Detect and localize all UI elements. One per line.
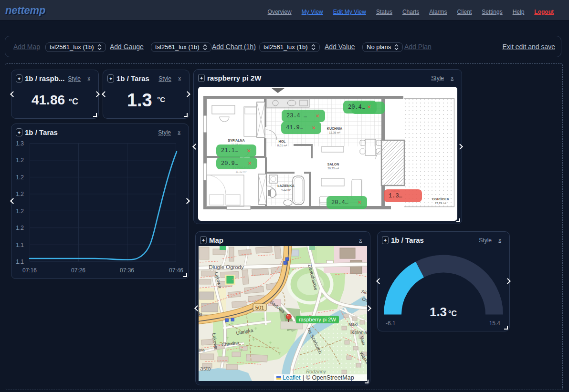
svg-text:8,01 m²: 8,01 m² bbox=[277, 144, 287, 147]
svg-text:501: 501 bbox=[255, 305, 264, 310]
svg-text:1.3: 1.3 bbox=[430, 305, 447, 319]
svg-text:1.2: 1.2 bbox=[16, 208, 24, 215]
svg-text:1.1: 1.1 bbox=[16, 258, 24, 265]
svg-text:Długie Ogrody: Długie Ogrody bbox=[209, 264, 244, 270]
svg-text:OGRÓDEK: OGRÓDEK bbox=[432, 197, 449, 201]
svg-text:12,35 m²: 12,35 m² bbox=[329, 131, 340, 134]
svg-text:20,73 m²: 20,73 m² bbox=[327, 167, 339, 170]
svg-text:| © OpenStreetMap: | © OpenStreetMap bbox=[303, 374, 354, 381]
svg-text:1.2: 1.2 bbox=[16, 225, 24, 231]
svg-text:ŁAZIENKA: ŁAZIENKA bbox=[277, 184, 294, 187]
svg-text:27,29 m²: 27,29 m² bbox=[435, 202, 446, 205]
svg-text:1.3: 1.3 bbox=[16, 140, 24, 147]
svg-text:KUCHNIA: KUCHNIA bbox=[327, 127, 342, 130]
svg-text:SALON: SALON bbox=[327, 163, 339, 166]
svg-text:Leaflet: Leaflet bbox=[283, 374, 301, 381]
svg-text:Maki: Maki bbox=[348, 322, 358, 327]
svg-text:Rodzinny: Rodzinny bbox=[306, 369, 327, 374]
svg-text:11,32 m²: 11,32 m² bbox=[235, 170, 246, 173]
svg-text:4,22 m²: 4,22 m² bbox=[281, 188, 291, 191]
svg-text:07:26: 07:26 bbox=[71, 267, 85, 274]
svg-text:Kolonia Le: Kolonia Le bbox=[351, 330, 367, 335]
svg-text:°C: °C bbox=[448, 309, 457, 318]
svg-text:1.2: 1.2 bbox=[16, 191, 24, 197]
svg-text:-6.1: -6.1 bbox=[386, 320, 396, 327]
svg-text:SYPIALNA: SYPIALNA bbox=[228, 139, 244, 142]
svg-text:HOL: HOL bbox=[279, 140, 286, 143]
svg-text:raspberry pi 2W: raspberry pi 2W bbox=[299, 317, 336, 322]
svg-text:1.1: 1.1 bbox=[16, 242, 24, 248]
svg-text:07:16: 07:16 bbox=[22, 267, 37, 274]
svg-text:1.2: 1.2 bbox=[16, 174, 24, 181]
svg-text:1.2: 1.2 bbox=[16, 157, 24, 164]
svg-text:15.4: 15.4 bbox=[489, 320, 501, 327]
svg-text:asto: asto bbox=[200, 365, 211, 372]
svg-text:07:46: 07:46 bbox=[169, 267, 183, 274]
svg-text:ki: ki bbox=[199, 311, 202, 317]
svg-text:07:36: 07:36 bbox=[120, 267, 134, 274]
